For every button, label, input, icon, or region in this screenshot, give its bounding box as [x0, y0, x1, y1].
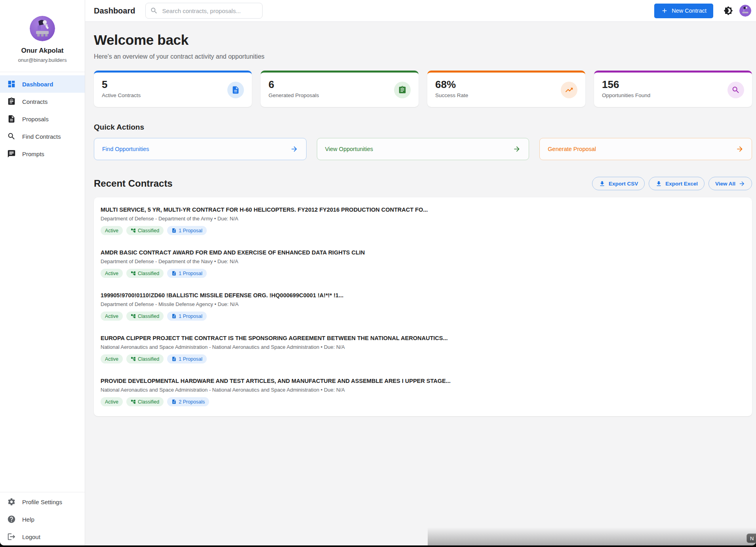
contract-list: MULTI SERVICE, 5 YR, MULTI-YR CONTRACT F… [94, 197, 752, 416]
toast-label: N [750, 536, 754, 541]
stat-value: 5 [102, 78, 244, 91]
stat-label: Success Rate [435, 92, 577, 98]
contract-row[interactable]: 199905!9700!0110!ZD60 !BALLISTIC MISSILE… [94, 285, 752, 328]
quick-actions-title: Quick Actions [94, 123, 752, 132]
export-excel-button[interactable]: Export Excel [649, 177, 705, 190]
logout-icon [7, 532, 16, 541]
sidebar-item-dashboard[interactable]: Dashboard [0, 75, 85, 93]
classified-badge: Classified [126, 226, 164, 235]
classification-tree-icon [131, 271, 136, 276]
view-all-button[interactable]: View All [708, 177, 752, 190]
document-icon [171, 399, 177, 404]
stat-label: Generated Proposals [269, 92, 411, 98]
export-csv-button[interactable]: Export CSV [592, 177, 645, 190]
arrow-right-icon [513, 145, 521, 153]
recent-contracts-section: Recent Contracts Export CSV Export Excel… [94, 177, 752, 416]
classified-badge: Classified [126, 397, 164, 406]
contract-badges: Active Classified 1 Proposal [101, 226, 745, 235]
dashboard-icon [7, 80, 16, 88]
proposal-count-badge: 1 Proposal [167, 354, 207, 363]
action-view-opportunities[interactable]: View Opportunities [317, 138, 529, 160]
clipped-toast-button[interactable]: N [746, 534, 756, 543]
stat-value: 156 [602, 78, 744, 91]
document-icon [171, 356, 177, 361]
contract-meta: National Aeronautics and Space Administr… [101, 344, 745, 350]
stat-icon-circle [394, 82, 411, 98]
contract-badges: Active Classified 2 Proposals [101, 397, 745, 406]
stat-card-opportunities-found: 156 Opportunities Found [594, 71, 752, 107]
action-label: Find Opportunities [102, 146, 149, 152]
topbar-avatar[interactable] [739, 5, 751, 17]
classified-badge: Classified [126, 269, 164, 278]
sidebar-item-label: Proposals [22, 116, 49, 122]
arrow-right-icon [736, 145, 744, 153]
sidebar-item-label: Help [22, 516, 34, 523]
arrow-right-icon [290, 145, 298, 153]
document-icon [171, 314, 177, 319]
sidebar-item-prompts[interactable]: Prompts [0, 145, 85, 163]
sidebar-item-logout[interactable]: Logout [0, 528, 85, 545]
sidebar-item-label: Profile Settings [22, 499, 62, 505]
dark-mode-icon [724, 6, 733, 15]
sidebar-footer-nav: Profile Settings Help Logout [0, 492, 85, 545]
quick-actions-grid: Find Opportunities View Opportunities Ge… [94, 138, 752, 160]
proposal-count-badge: 2 Proposals [167, 397, 209, 406]
contract-meta: National Aeronautics and Space Administr… [101, 387, 745, 393]
chat-icon [7, 149, 16, 158]
classification-tree-icon [131, 228, 136, 233]
contract-row[interactable]: AMDR BASIC CONTRACT AWARD FOR EMD AND EX… [94, 243, 752, 285]
classification-tree-icon [131, 356, 136, 361]
page-title: Dashboard [94, 6, 135, 15]
sidebar-item-proposals[interactable]: Proposals [0, 110, 85, 128]
topbar: Dashboard New Contract [85, 0, 756, 22]
sidebar-item-label: Prompts [22, 151, 44, 157]
plus-icon [661, 7, 668, 14]
user-avatar [30, 16, 55, 41]
stat-card-active-contracts: 5 Active Contracts [94, 71, 252, 107]
contract-badges: Active Classified 1 Proposal [101, 269, 745, 278]
sidebar-item-help[interactable]: Help [0, 511, 85, 528]
status-badge: Active [101, 226, 123, 235]
proposal-count-badge: 1 Proposal [167, 312, 207, 321]
sidebar-item-label: Dashboard [22, 81, 53, 88]
sidebar-item-find-contracts[interactable]: Find Contracts [0, 128, 85, 145]
stat-card-generated-proposals: 6 Generated Proposals [261, 71, 419, 107]
view-all-label: View All [715, 181, 735, 187]
user-email: onur@binary.builders [5, 57, 80, 63]
sidebar-item-label: Find Contracts [22, 133, 61, 140]
sidebar-item-contracts[interactable]: Contracts [0, 93, 85, 110]
sidebar-nav: Dashboard Contracts Proposals Find Contr… [0, 72, 85, 163]
help-icon [7, 515, 16, 524]
contract-title: EUROPA CLIPPER PROJECT THE CONTRACT IS T… [101, 335, 745, 341]
welcome-subtitle: Here's an overview of your contract acti… [94, 53, 752, 60]
new-contract-button[interactable]: New Contract [654, 4, 713, 18]
classified-badge: Classified [126, 354, 164, 363]
stat-label: Active Contracts [102, 92, 244, 98]
recent-contracts-header: Recent Contracts Export CSV Export Excel… [94, 177, 752, 190]
action-generate-proposal[interactable]: Generate Proposal [539, 138, 752, 160]
sidebar: Onur Akpolat onur@binary.builders Dashbo… [0, 0, 85, 545]
contract-title: 199905!9700!0110!ZD60 !BALLISTIC MISSILE… [101, 292, 745, 298]
action-find-opportunities[interactable]: Find Opportunities [94, 138, 307, 160]
contract-title: MULTI SERVICE, 5 YR, MULTI-YR CONTRACT F… [101, 207, 745, 213]
stat-card-success-rate: 68% Success Rate [427, 71, 585, 107]
app-window: Onur Akpolat onur@binary.builders Dashbo… [0, 0, 756, 545]
stat-label: Opportunities Found [602, 92, 744, 98]
download-icon [599, 180, 606, 187]
sidebar-spacer [0, 163, 85, 492]
sidebar-item-label: Contracts [22, 98, 48, 105]
contract-row[interactable]: PROVIDE DEVELOPMENTAL HARDWARE AND TEST … [94, 371, 752, 414]
theme-toggle-button[interactable] [720, 3, 736, 19]
sidebar-item-profile-settings[interactable]: Profile Settings [0, 493, 85, 511]
document-icon [171, 228, 177, 233]
document-icon [7, 115, 16, 123]
main-content: Welcome back Here's an overview of your … [85, 22, 756, 545]
contract-row[interactable]: EUROPA CLIPPER PROJECT THE CONTRACT IS T… [94, 328, 752, 371]
contract-row[interactable]: MULTI SERVICE, 5 YR, MULTI-YR CONTRACT F… [94, 200, 752, 243]
sidebar-profile: Onur Akpolat onur@binary.builders [0, 0, 85, 72]
search-input[interactable] [145, 3, 263, 19]
search-icon [7, 132, 16, 141]
export-excel-label: Export Excel [665, 181, 698, 187]
clipboard-icon [7, 97, 16, 106]
status-badge: Active [101, 397, 123, 406]
